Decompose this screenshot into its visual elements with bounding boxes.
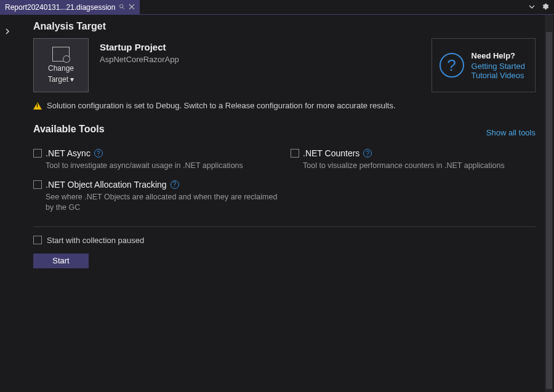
dropdown-icon[interactable]	[529, 2, 535, 12]
tool-name: .NET Object Allocation Tracking	[46, 180, 167, 190]
close-icon[interactable]	[129, 3, 135, 12]
document-tab[interactable]: Report20240131...21.diagsession	[0, 0, 140, 15]
warning-icon	[33, 102, 42, 110]
project-name: AspNetCoreRazorApp	[100, 55, 179, 64]
scrollbar-thumb[interactable]	[546, 32, 552, 389]
help-panel: ? Need Help? Getting Started Tutorial Vi…	[432, 38, 536, 92]
tool-description: Tool to investigate async/await usage in…	[33, 161, 278, 171]
tools-grid: .NET Async?Tool to investigate async/awa…	[33, 148, 536, 213]
warning-text: Solution configuration is set to Debug. …	[47, 101, 396, 110]
info-icon[interactable]: ?	[94, 149, 103, 158]
project-type: Startup Project	[100, 42, 179, 52]
tool-checkbox[interactable]	[33, 149, 42, 158]
tab-title: Report20240131...21.diagsession	[5, 3, 115, 12]
warning-row: Solution configuration is set to Debug. …	[33, 101, 536, 110]
start-paused-checkbox[interactable]	[33, 236, 42, 244]
tool-checkbox[interactable]	[33, 180, 42, 189]
target-info: Startup Project AspNetCoreRazorApp	[100, 38, 179, 92]
pin-icon[interactable]	[119, 3, 125, 12]
tool-name: .NET Async	[46, 148, 90, 158]
help-getting-started-link[interactable]: Getting Started	[472, 62, 525, 71]
chevron-right-icon[interactable]	[3, 27, 12, 36]
help-title: Need Help?	[472, 51, 525, 60]
help-icon: ?	[440, 53, 464, 78]
tool-item: .NET Async?Tool to investigate async/awa…	[33, 148, 278, 171]
start-paused-label: Start with collection paused	[47, 236, 144, 245]
info-icon[interactable]: ?	[363, 149, 372, 158]
start-button[interactable]: Start	[33, 254, 89, 268]
tool-description: See where .NET Objects are allocated and…	[33, 192, 278, 213]
info-icon[interactable]: ?	[171, 180, 179, 189]
change-target-label-2: Target ▾	[48, 75, 74, 84]
available-tools-heading: Available Tools	[33, 124, 486, 135]
tool-item: .NET Counters?Tool to visualize performa…	[291, 148, 536, 171]
expand-gutter	[0, 15, 15, 392]
tool-checkbox[interactable]	[291, 149, 299, 158]
tool-item: .NET Object Allocation Tracking?See wher…	[33, 180, 278, 213]
help-tutorial-videos-link[interactable]: Tutorial Videos	[472, 71, 525, 80]
analysis-target-heading: Analysis Target	[33, 21, 536, 32]
tool-description: Tool to visualize performance counters i…	[291, 161, 536, 171]
main-content: Analysis Target Change Target ▾ Startup …	[15, 15, 554, 392]
scrollbar-track[interactable]	[545, 15, 553, 392]
target-icon	[52, 47, 70, 62]
tab-bar: Report20240131...21.diagsession	[0, 0, 554, 15]
show-all-tools-link[interactable]: Show all tools	[486, 128, 536, 137]
settings-gear-icon[interactable]	[541, 2, 549, 12]
change-target-label-1: Change	[48, 64, 74, 73]
divider	[33, 226, 536, 227]
change-target-button[interactable]: Change Target ▾	[33, 38, 89, 92]
tool-name: .NET Counters	[303, 148, 359, 158]
